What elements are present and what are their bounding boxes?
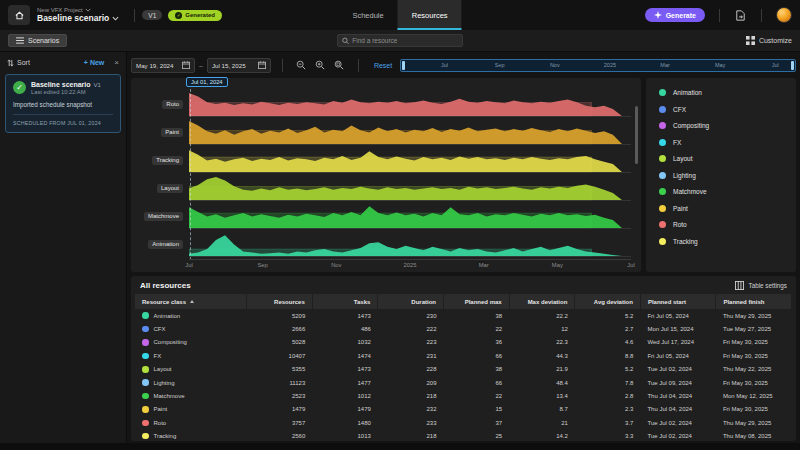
user-avatar[interactable]: [776, 7, 792, 23]
table-row-roto[interactable]: Roto3757148023337213.7Tue Jul 02, 2024Th…: [135, 416, 792, 429]
resources-panel-title: All resources: [140, 281, 191, 290]
close-icon[interactable]: ×: [114, 58, 119, 67]
cell-max-deviation: 12: [509, 322, 575, 335]
calendar-icon: [182, 61, 190, 69]
search-input[interactable]: [352, 37, 458, 44]
chart-month-axis: JulSepNov2025MarMayJul: [189, 259, 631, 271]
column-header-avg-deviation[interactable]: Avg deviation: [575, 294, 641, 309]
resource-class-dot: [142, 366, 149, 373]
reset-button[interactable]: Reset: [374, 62, 392, 69]
column-header-planned-max[interactable]: Planned max: [444, 294, 510, 309]
list-icon: [16, 37, 24, 44]
timeline-scrubber[interactable]: JulSepNov2025MarMayJul: [400, 59, 796, 72]
scenario-check-icon: ✓: [13, 81, 26, 94]
table-row-cfx[interactable]: CFX266648622222122.7Mon Jul 15, 2024Tue …: [135, 322, 792, 335]
resource-usage-chart[interactable]: Jul 01, 2024 RotoPaintTrackingLayoutMatc…: [131, 78, 641, 272]
cell-planned-finish: Thu May 08, 2025: [716, 430, 792, 441]
table-row-compositing[interactable]: Compositing502810322233622.34.6Wed Jul 1…: [135, 336, 792, 349]
chart-row-paint: Paint: [137, 119, 631, 145]
legend-color-dot: [659, 89, 666, 96]
column-header-planned-finish[interactable]: Planned finish: [716, 294, 792, 309]
chart-row-tracking: Tracking: [137, 147, 631, 173]
legend-label: CFX: [673, 106, 686, 113]
cell-resources: 2666: [247, 322, 313, 335]
cell-resource-class: FX: [135, 349, 247, 362]
legend-item-tracking: Tracking: [659, 238, 783, 245]
column-header-max-deviation[interactable]: Max deviation: [509, 294, 575, 309]
month-axis-label: 2025: [404, 262, 417, 268]
scrubber-right-handle[interactable]: [791, 61, 794, 70]
export-icon[interactable]: [734, 9, 747, 22]
cell-duration: 231: [378, 349, 444, 362]
chart-row-animation: Animation: [137, 231, 631, 257]
column-header-duration[interactable]: Duration: [378, 294, 444, 309]
divider: [13, 114, 113, 115]
zoom-out-button[interactable]: [294, 58, 309, 73]
cell-duration: 218: [378, 389, 444, 402]
resource-class-name: Tracking: [154, 433, 177, 439]
cell-max-deviation: 14.2: [509, 430, 575, 441]
column-header-resource-class[interactable]: Resource class: [135, 294, 247, 309]
scenario-card-title: Baseline scenario: [31, 81, 91, 88]
scrubber-month-label: Mar: [660, 62, 669, 68]
resource-search[interactable]: [337, 34, 463, 47]
cell-planned-max: 15: [444, 403, 510, 416]
cell-resources: 3757: [247, 416, 313, 429]
table-settings-button[interactable]: Table settings: [735, 281, 787, 290]
chart-area-layout: [189, 175, 631, 201]
cell-avg-deviation: 5.2: [575, 309, 641, 322]
scenarios-sidebar: Sort + New × ✓ Baseline scenarioV1 Last …: [0, 52, 127, 443]
legend-label: Lighting: [673, 172, 696, 179]
legend-color-dot: [659, 139, 666, 146]
cell-planned-start: Tue Jul 02, 2024: [640, 416, 715, 429]
legend-color-dot: [659, 106, 666, 113]
resource-class-dot: [142, 379, 149, 386]
table-row-layout[interactable]: Layout535514732283821.95.2Tue Jul 02, 20…: [135, 363, 792, 376]
chart-scrollbar[interactable]: [635, 106, 638, 164]
date-from-input[interactable]: May 19, 2024: [131, 58, 195, 73]
table-row-animation[interactable]: Animation520914732303822.25.2Fri Jul 05,…: [135, 309, 792, 322]
legend-label: Matchmove: [673, 188, 707, 195]
cell-planned-start: Thu Jul 04, 2024: [640, 403, 715, 416]
generate-button[interactable]: Generate: [645, 8, 705, 22]
scenarios-button[interactable]: Scenarios: [8, 34, 67, 47]
cell-tasks: 1480: [312, 416, 378, 429]
tab-resources[interactable]: Resources: [398, 0, 462, 30]
cell-max-deviation: 8.7: [509, 403, 575, 416]
sort-button[interactable]: Sort: [7, 59, 30, 67]
zoom-in-button[interactable]: [313, 58, 328, 73]
table-row-paint[interactable]: Paint14791479232158.72.3Thu Jul 04, 2024…: [135, 403, 792, 416]
column-header-resources[interactable]: Resources: [247, 294, 313, 309]
cell-tasks: 1012: [312, 389, 378, 402]
cell-resource-class: Roto: [135, 416, 247, 429]
chart-row-label-text: Tracking: [152, 156, 183, 165]
table-row-matchmove[interactable]: Matchmove252310122182213.42.8Thu Jul 04,…: [135, 389, 792, 402]
chart-toolbar: May 19, 2024 – Jul 15, 2025: [131, 55, 796, 75]
calendar-icon: [258, 61, 266, 69]
column-header-tasks[interactable]: Tasks: [312, 294, 378, 309]
table-row-fx[interactable]: FX1040714742316644.38.8Fri Jul 05, 2024F…: [135, 349, 792, 362]
cell-resources: 11123: [247, 376, 313, 389]
home-button[interactable]: [8, 5, 30, 25]
date-to-input[interactable]: Jul 15, 2025: [207, 58, 271, 73]
legend-label: Roto: [673, 221, 687, 228]
column-header-planned-start[interactable]: Planned start: [640, 294, 715, 309]
table-row-tracking[interactable]: Tracking256010132182514.23.3Tue Jul 02, …: [135, 430, 792, 441]
tab-schedule[interactable]: Schedule: [338, 0, 397, 30]
scrubber-left-handle[interactable]: [402, 61, 405, 70]
resources-table: Resource classResourcesTasksDurationPlan…: [135, 294, 792, 441]
resource-class-name: FX: [154, 353, 162, 359]
cell-max-deviation: 48.4: [509, 376, 575, 389]
secondary-toolbar: Scenarios Customize: [0, 30, 800, 52]
legend-label: Animation: [673, 89, 702, 96]
cell-planned-max: 22: [444, 389, 510, 402]
new-scenario-button[interactable]: + New: [84, 59, 105, 66]
cell-planned-finish: Thu May 29, 2025: [716, 416, 792, 429]
zoom-selection-button[interactable]: [332, 58, 347, 73]
chevron-down-icon: [112, 16, 119, 21]
scenario-card[interactable]: ✓ Baseline scenarioV1 Last edited 10:22 …: [5, 74, 121, 133]
table-row-lighting[interactable]: Lighting1112314772096648.47.8Tue Jul 09,…: [135, 376, 792, 389]
project-switcher[interactable]: New VFX Project Baseline scenario: [37, 7, 119, 23]
customize-button[interactable]: Customize: [746, 36, 792, 45]
cell-avg-deviation: 7.8: [575, 376, 641, 389]
